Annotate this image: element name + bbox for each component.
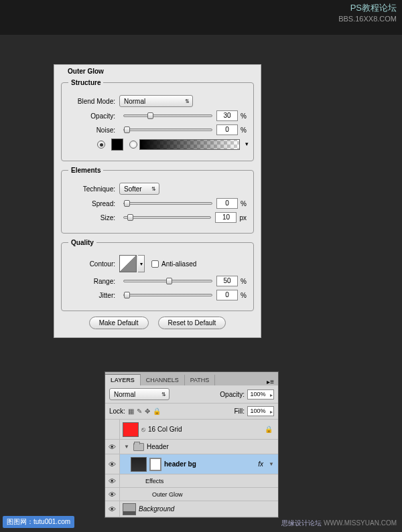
layers-panel: LAYERS CHANNELS PATHS ▸≡ Normal Opacity:… <box>105 371 279 518</box>
link-icon: ⎋ <box>141 426 145 433</box>
jitter-input[interactable]: 0 <box>216 290 238 300</box>
fx-badge: fx <box>258 460 263 468</box>
blend-mode-label: Blend Mode: <box>68 98 115 105</box>
fx-disclosure-icon[interactable]: ▼ <box>269 461 274 467</box>
lock-label: Lock: <box>109 408 125 415</box>
gradient-radio[interactable] <box>129 141 137 149</box>
antialiased-label: Anti-aliased <box>161 260 196 268</box>
layer-name: header bg <box>164 460 196 468</box>
layer-thumb <box>123 503 136 515</box>
layer-row-grid[interactable]: ⎋ 16 Col Grid 🔒 <box>105 420 278 440</box>
folder-icon <box>133 443 144 451</box>
contour-dropdown[interactable]: ▾ <box>138 255 145 272</box>
range-input[interactable]: 50 <box>216 276 238 286</box>
spread-input[interactable]: 0 <box>216 198 238 209</box>
quality-group: Quality Contour: ▾ Anti-aliased Range: 5… <box>61 239 254 311</box>
blend-mode-select[interactable]: Normal <box>119 95 193 107</box>
size-slider[interactable] <box>123 213 211 222</box>
layer-blend-mode-select[interactable]: Normal <box>109 388 170 400</box>
watermark-bottom-right: 思缘设计论坛 WWW.MISSYUAN.COM <box>281 519 397 528</box>
spread-label: Spread: <box>68 200 115 207</box>
lock-icon: 🔒 <box>265 426 273 433</box>
layer-name: Background <box>139 505 174 513</box>
make-default-button[interactable]: Make Default <box>89 317 149 329</box>
layer-row-header-group[interactable]: 👁 ▼ Header <box>105 440 278 454</box>
lock-pixels-icon[interactable]: ✎ <box>137 408 142 415</box>
size-unit: px <box>239 214 247 221</box>
mask-thumb <box>149 458 161 471</box>
antialiased-checkbox[interactable] <box>151 260 159 268</box>
quality-legend: Quality <box>68 239 96 246</box>
layer-thumb <box>123 422 139 437</box>
layer-thumb <box>131 457 147 472</box>
technique-select[interactable]: Softer <box>119 183 159 195</box>
eye-icon[interactable]: 👁 <box>109 505 116 513</box>
tab-layers[interactable]: LAYERS <box>105 374 141 385</box>
noise-input[interactable]: 0 <box>216 124 238 135</box>
spread-slider[interactable] <box>123 199 212 208</box>
opacity-unit: % <box>241 112 247 120</box>
size-label: Size: <box>68 214 115 221</box>
jitter-slider[interactable] <box>123 290 212 300</box>
layer-name: Header <box>147 443 169 450</box>
layer-row-effects[interactable]: 👁 Effects <box>105 474 278 488</box>
panel-menu-icon[interactable]: ▸≡ <box>263 378 278 385</box>
opacity-slider[interactable] <box>123 111 212 120</box>
lock-transparency-icon[interactable]: ▦ <box>128 408 134 415</box>
range-label: Range: <box>68 278 115 285</box>
layer-row-outer-glow-fx[interactable]: 👁 Outer Glow <box>105 488 278 501</box>
tab-paths[interactable]: PATHS <box>185 375 216 385</box>
jitter-unit: % <box>241 292 247 299</box>
lock-all-icon[interactable]: 🔒 <box>153 408 161 415</box>
effect-name: Outer Glow <box>152 491 183 498</box>
size-input[interactable]: 10 <box>215 212 237 223</box>
eye-icon[interactable]: 👁 <box>109 443 116 451</box>
dialog-title: Outer Glow <box>65 68 107 75</box>
structure-group: Structure Blend Mode: Normal Opacity: 30… <box>61 79 254 161</box>
gradient-picker[interactable] <box>139 139 240 150</box>
layer-row-header-bg[interactable]: 👁 header bg fx ▼ <box>105 454 278 474</box>
outer-glow-dialog: Outer Glow Structure Blend Mode: Normal … <box>54 64 261 338</box>
color-radio[interactable] <box>97 141 105 149</box>
opacity-input[interactable]: 30 <box>216 110 238 121</box>
eye-icon[interactable]: 👁 <box>109 460 116 468</box>
noise-slider[interactable] <box>123 125 212 135</box>
contour-label: Contour: <box>68 260 115 268</box>
eye-icon[interactable]: 👁 <box>109 477 116 485</box>
fill-label: Fill: <box>234 408 245 415</box>
layer-name: 16 Col Grid <box>148 426 182 433</box>
contour-thumb[interactable] <box>119 255 137 272</box>
fill-input[interactable]: 100% <box>247 406 274 416</box>
lock-position-icon[interactable]: ✥ <box>145 408 150 415</box>
watermark-bottom-left: 图图网：tutu001.com <box>3 516 74 528</box>
opacity-label: Opacity: <box>68 112 115 120</box>
range-slider[interactable] <box>123 276 212 286</box>
layer-opacity-label: Opacity: <box>220 391 245 398</box>
layer-row-background[interactable]: 👁 Background <box>105 501 278 517</box>
technique-label: Technique: <box>68 185 115 193</box>
color-swatch[interactable] <box>111 139 123 151</box>
elements-legend: Elements <box>68 167 103 174</box>
reset-default-button[interactable]: Reset to Default <box>158 317 226 329</box>
elements-group: Elements Technique: Softer Spread: 0 % S… <box>61 167 254 234</box>
eye-icon[interactable]: 👁 <box>109 491 116 499</box>
spread-unit: % <box>241 200 247 207</box>
noise-label: Noise: <box>68 126 115 134</box>
watermark-top-right: PS教程论坛 BBS.16XX8.COM <box>338 3 397 23</box>
noise-unit: % <box>241 126 247 134</box>
range-unit: % <box>241 278 247 285</box>
tab-channels[interactable]: CHANNELS <box>141 375 185 385</box>
structure-legend: Structure <box>68 79 103 86</box>
jitter-label: Jitter: <box>68 292 115 299</box>
layer-opacity-input[interactable]: 100% <box>247 389 274 400</box>
effects-label: Effects <box>145 478 163 484</box>
disclosure-icon[interactable]: ▼ <box>124 444 129 450</box>
